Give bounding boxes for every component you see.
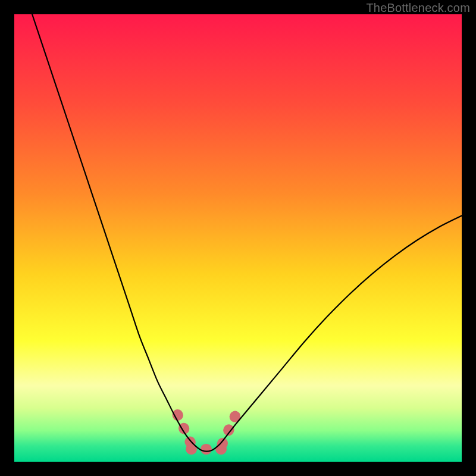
watermark-text: TheBottleneck.com — [366, 1, 470, 15]
gradient-background — [14, 14, 462, 462]
bottleneck-chart — [14, 14, 462, 462]
chart-frame: TheBottleneck.com — [0, 0, 476, 476]
